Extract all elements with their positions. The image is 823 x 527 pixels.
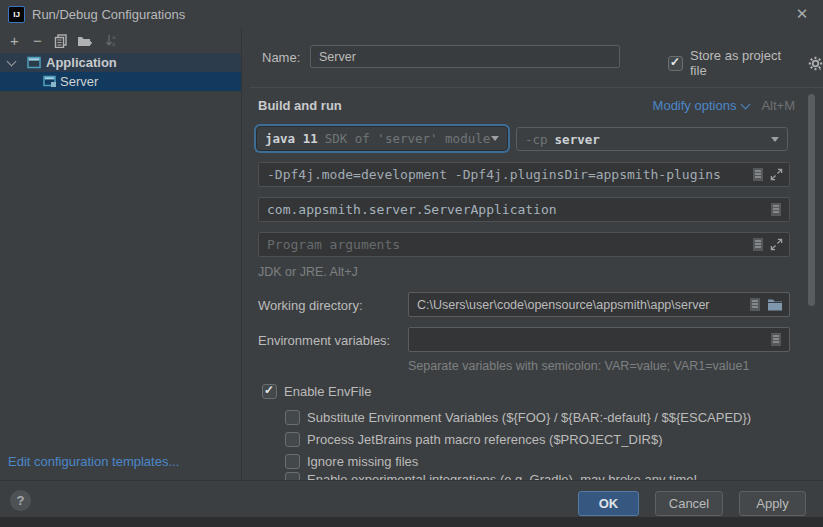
modify-options-chevron-icon[interactable] [741, 99, 751, 109]
program-arguments-input[interactable] [267, 237, 746, 252]
svg-text:z: z [112, 40, 115, 47]
edit-configuration-templates-link[interactable]: Edit configuration templates... [8, 454, 179, 469]
store-as-project-file-label: Store as project file [690, 48, 801, 78]
cancel-button[interactable]: Cancel [655, 491, 723, 516]
add-configuration-button[interactable]: + [6, 32, 23, 49]
close-icon[interactable]: ✕ [792, 4, 812, 24]
dialog-footer: ? OK Cancel Apply [0, 480, 823, 518]
envfile-option-label: Process JetBrains path macro references … [307, 432, 662, 447]
modify-options-link[interactable]: Modify options [653, 98, 737, 113]
environment-variables-input[interactable] [417, 333, 764, 347]
envfile-option-label: Substitute Environment Variables (${FOO}… [307, 410, 751, 425]
classpath-combo[interactable]: -cp server [516, 127, 788, 151]
jdk-hint: JDK or JRE. Alt+J [258, 265, 358, 279]
envfile-option-label: Ignore missing files [307, 454, 418, 469]
intellij-logo-icon: IJ [8, 6, 25, 23]
tree-item-label: Server [60, 74, 98, 89]
copy-configuration-icon[interactable] [52, 32, 69, 49]
configurations-sidebar: + − az Application Server Edit configura… [0, 28, 242, 480]
main-class-input[interactable] [267, 202, 764, 217]
environment-variables-hint: Separate variables with semicolon: VAR=v… [408, 359, 749, 373]
browse-variables-icon[interactable] [769, 332, 783, 347]
macros-list-icon[interactable] [751, 167, 765, 182]
ok-button[interactable]: OK [578, 491, 639, 516]
modify-options-row: Modify options Alt+M [653, 98, 795, 113]
environment-variables-label: Environment variables: [258, 333, 390, 348]
sort-configurations-icon[interactable]: az [102, 32, 119, 49]
remove-configuration-button[interactable]: − [29, 32, 46, 49]
envfile-option-row: Enable experimental integrations (e.g. G… [285, 472, 697, 480]
expand-field-icon[interactable] [770, 238, 783, 251]
experimental-integrations-checkbox[interactable] [285, 472, 300, 480]
store-as-project-file-checkbox[interactable]: ✓ [668, 56, 683, 71]
background-window-edge [0, 517, 823, 527]
working-directory-input[interactable] [417, 298, 743, 312]
macros-list-icon[interactable] [748, 297, 762, 312]
dropdown-arrow-icon[interactable] [771, 137, 779, 142]
checkmark-icon: ✓ [670, 55, 680, 69]
modify-options-shortcut: Alt+M [761, 98, 795, 113]
apply-button[interactable]: Apply [739, 491, 806, 516]
application-type-icon [27, 56, 41, 69]
tree-item-server[interactable]: Server [0, 72, 241, 91]
browse-folder-icon[interactable] [767, 298, 783, 311]
name-label: Name: [262, 50, 300, 65]
ignore-missing-files-checkbox[interactable] [285, 454, 300, 469]
dialog-title: Run/Debug Configurations [32, 7, 185, 22]
chevron-down-icon[interactable] [7, 56, 17, 66]
envfile-option-row: Process JetBrains path macro references … [285, 432, 662, 447]
jdk-combo-value: java 11 [265, 131, 318, 146]
envfile-option-row: Substitute Environment Variables (${FOO}… [285, 410, 751, 425]
vm-options-input[interactable] [267, 167, 746, 182]
build-and-run-heading: Build and run [258, 98, 342, 113]
macros-list-icon[interactable] [751, 237, 765, 252]
substitute-env-vars-checkbox[interactable] [285, 410, 300, 425]
new-folder-icon[interactable] [76, 32, 93, 49]
application-config-icon [43, 75, 57, 88]
configuration-form: Name: ✓ Store as project file Build and … [242, 28, 823, 480]
name-input[interactable] [319, 50, 613, 64]
expand-field-icon[interactable] [770, 168, 783, 181]
dropdown-arrow-icon[interactable] [491, 136, 499, 141]
enable-envfile-checkbox[interactable]: ✓ [262, 384, 277, 399]
checkmark-icon: ✓ [264, 383, 274, 397]
process-path-macros-checkbox[interactable] [285, 432, 300, 447]
tree-group-label: Application [46, 55, 117, 70]
section-separator [250, 87, 823, 88]
classpath-prefix: -cp [525, 132, 548, 147]
jdk-combo-hint: SDK of 'server' module [325, 131, 491, 146]
envfile-option-row: Ignore missing files [285, 454, 418, 469]
store-as-project-file-row: ✓ Store as project file [668, 48, 823, 78]
help-button[interactable]: ? [10, 490, 31, 511]
enable-envfile-row: ✓ Enable EnvFile [262, 384, 371, 399]
enable-envfile-label: Enable EnvFile [284, 384, 371, 399]
working-directory-label: Working directory: [258, 298, 363, 313]
store-settings-gear-icon[interactable] [808, 56, 823, 71]
classpath-value: server [555, 132, 600, 147]
run-debug-configurations-dialog: IJ Run/Debug Configurations ✕ + − az App… [0, 0, 823, 527]
title-bar: IJ Run/Debug Configurations ✕ [0, 0, 823, 28]
browse-class-icon[interactable] [769, 202, 783, 217]
vertical-scrollbar-thumb[interactable] [808, 94, 815, 306]
envfile-option-label: Enable experimental integrations (e.g. G… [307, 472, 697, 480]
tree-group-application[interactable]: Application [0, 53, 241, 72]
jdk-combo[interactable]: java 11 SDK of 'server' module [256, 126, 508, 151]
